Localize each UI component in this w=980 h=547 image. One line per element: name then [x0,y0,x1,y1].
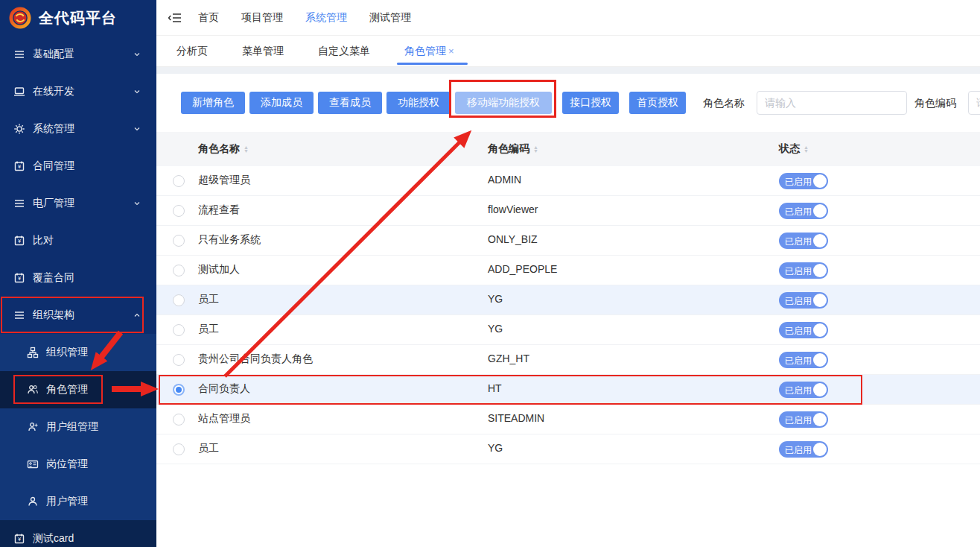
sidebar-item-label: 岗位管理 [46,458,88,471]
sort-icon[interactable]: ▲▼ [244,145,249,153]
role-code-filter-input[interactable] [968,91,980,115]
tab-menu-mgmt[interactable]: 菜单管理 [239,36,287,67]
table-row-selected[interactable]: 合同负责人 HT 已启用 [156,375,980,405]
sidebar-item-system-mgmt[interactable]: 系统管理 [0,110,156,148]
column-header-role-code[interactable]: 角色编码 ▲▼ [488,142,538,156]
sidebar-item-role-mgmt[interactable]: 角色管理 [0,371,156,408]
sidebar-item-user-group-mgmt[interactable]: 用户组管理 [0,408,156,446]
radio-button[interactable] [173,324,185,336]
radio-button[interactable] [173,205,185,217]
sort-icon[interactable]: ▲▼ [533,145,538,153]
status-toggle[interactable]: 已启用 [779,352,828,368]
tab-role-mgmt[interactable]: 角色管理 × [401,36,457,67]
view-members-button[interactable]: 查看成员 [318,92,382,114]
toggle-knob [813,413,827,426]
table-row[interactable]: 贵州公司合同负责人角色 GZH_HT 已启用 [156,345,980,375]
status-label: 已启用 [785,176,812,189]
radio-button[interactable] [173,294,185,306]
status-toggle[interactable]: 已启用 [779,441,828,458]
sidebar-item-position-mgmt[interactable]: 岗位管理 [0,446,156,483]
app-logo-icon [9,7,31,29]
table-row[interactable]: 测试加人 ADD_PEOPLE 已启用 [156,256,980,285]
sidebar-item-online-dev[interactable]: 在线开发 [0,73,156,110]
status-label: 已启用 [785,206,812,218]
sidebar-item-label: 测试card [33,532,74,546]
api-auth-button[interactable]: 接口授权 [562,92,619,114]
radio-button-selected[interactable] [173,384,185,396]
close-icon[interactable]: × [448,45,454,57]
role-name: 站点管理员 [198,412,250,426]
status-toggle[interactable]: 已启用 [779,322,828,338]
sidebar-item-user-mgmt[interactable]: 用户管理 [0,483,156,520]
role-name: 超级管理员 [198,174,250,187]
sidebar-item-compare[interactable]: ¥ 比对 [0,222,156,259]
chevron-down-icon [133,198,141,210]
radio-button[interactable] [173,414,185,426]
status-toggle[interactable]: 已启用 [779,233,828,249]
status-toggle[interactable]: 已启用 [779,382,828,398]
column-header-status[interactable]: 状态 ▲▼ [779,142,809,156]
idcard-icon [27,458,39,470]
sidebar-item-label: 系统管理 [33,122,74,136]
sidebar-item-contract-mgmt[interactable]: ¥ 合同管理 [0,148,156,185]
toggle-knob [813,204,827,218]
gear-icon [13,123,25,135]
collapse-sidebar-icon[interactable] [168,12,182,24]
table-row[interactable]: 站点管理员 SITEADMIN 已启用 [156,405,980,434]
sidebar-item-org-structure[interactable]: 组织架构 [0,297,156,334]
toggle-knob [813,323,827,337]
nav-item-system-mgmt[interactable]: 系统管理 [305,11,347,25]
radio-button[interactable] [173,265,185,276]
add-role-button[interactable]: 新增角色 [181,92,245,114]
svg-text:¥: ¥ [18,536,22,543]
status-toggle[interactable]: 已启用 [779,411,828,428]
chevron-down-icon [133,86,141,98]
nav-item-home[interactable]: 首页 [198,11,219,25]
table-row[interactable]: 员工 YG 已启用 [156,315,980,345]
table-row[interactable]: 员工 YG 已启用 [156,434,980,464]
contract-icon: ¥ [13,272,25,284]
role-name: 合同负责人 [198,382,250,396]
role-code: ADD_PEOPLE [488,263,557,275]
tab-custom-menu[interactable]: 自定义菜单 [315,36,373,67]
tab-analysis[interactable]: 分析页 [174,36,211,67]
menu-icon [13,309,25,321]
table-body: 超级管理员 ADMIN 已启用 流程查看 flowViewer 已启用 只有业务… [156,166,980,464]
sidebar-item-test-card[interactable]: ¥ 测试card [0,520,156,547]
svg-text:¥: ¥ [18,163,22,170]
app-header: 全代码平台 [0,0,156,36]
mobile-function-auth-button[interactable]: 移动端功能授权 [455,92,552,114]
table-row[interactable]: 只有业务系统 ONLY_BIZ 已启用 [156,226,980,256]
function-auth-button[interactable]: 功能授权 [386,92,451,114]
sidebar-item-org-mgmt[interactable]: 组织管理 [0,334,156,371]
add-member-button[interactable]: 添加成员 [249,92,314,114]
table-row[interactable]: 流程查看 flowViewer 已启用 [156,196,980,226]
sidebar-item-plant-mgmt[interactable]: 电厂管理 [0,185,156,222]
role-name: 只有业务系统 [198,233,261,247]
sidebar-item-cover-contract[interactable]: ¥ 覆盖合同 [0,259,156,297]
status-toggle[interactable]: 已启用 [779,292,828,309]
status-toggle[interactable]: 已启用 [779,203,828,219]
radio-button[interactable] [173,175,185,187]
status-toggle[interactable]: 已启用 [779,173,828,189]
role-code: ONLY_BIZ [488,233,538,245]
orgchart-icon [27,347,39,358]
role-code: SITEADMIN [488,412,544,424]
nav-item-test-mgmt[interactable]: 测试管理 [369,11,411,25]
sidebar-item-label: 比对 [33,234,54,247]
table-row[interactable]: 超级管理员 ADMIN 已启用 [156,166,980,196]
column-header-role-name[interactable]: 角色名称 ▲▼ [198,142,249,156]
homepage-auth-button[interactable]: 首页授权 [629,92,686,114]
table-row[interactable]: 员工 YG 已启用 [156,285,980,315]
status-toggle[interactable]: 已启用 [779,262,828,279]
radio-button[interactable] [173,443,185,455]
toggle-knob [813,294,827,307]
sort-icon[interactable]: ▲▼ [804,145,809,153]
nav-item-project-mgmt[interactable]: 项目管理 [241,11,283,25]
status-label: 已启用 [785,385,812,397]
sidebar-item-base-config[interactable]: 基础配置 [0,36,156,73]
radio-button[interactable] [173,354,185,366]
status-label: 已启用 [785,355,812,367]
role-name-filter-input[interactable] [757,91,907,115]
radio-button[interactable] [173,235,185,247]
